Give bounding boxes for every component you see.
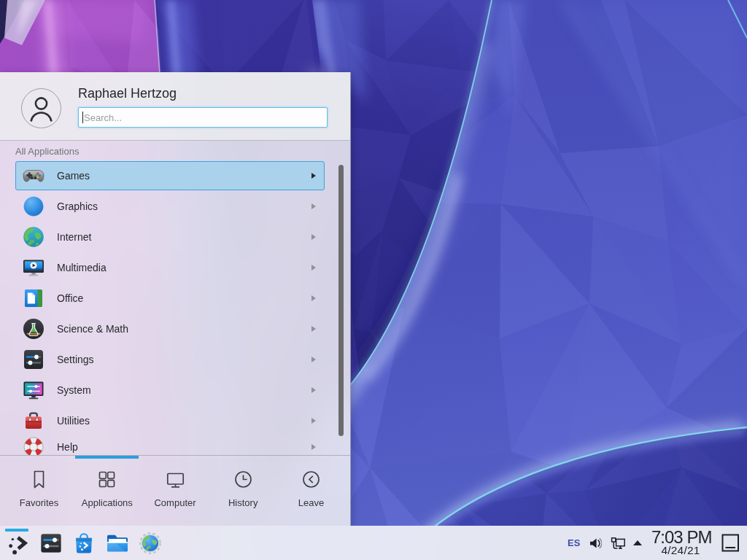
taskbar-discover[interactable] — [72, 532, 96, 555]
submenu-arrow-icon — [311, 387, 316, 393]
taskbar-file-manager[interactable] — [106, 532, 129, 555]
taskbar-system-settings[interactable] — [39, 532, 63, 555]
sidebar-item-help[interactable]: Help — [15, 432, 325, 455]
graphics-icon — [22, 195, 45, 218]
sidebar-item-settings[interactable]: Settings — [15, 345, 325, 374]
user-name: Raphael Hertzog — [78, 87, 177, 100]
sidebar-item-label: Utilities — [57, 415, 90, 427]
history-icon — [233, 470, 253, 489]
text-caret — [82, 112, 83, 123]
system-tray: ES 7:03 PM 4/24/21 — [568, 526, 747, 560]
internet-icon — [22, 225, 45, 249]
science-icon — [22, 317, 45, 341]
submenu-arrow-icon — [311, 203, 316, 209]
submenu-arrow-icon — [311, 418, 316, 424]
sidebar-item-label: Games — [57, 170, 90, 182]
active-task-indicator — [5, 529, 28, 532]
sidebar-item-label: Science & Math — [57, 323, 128, 335]
taskbar: ES 7:03 PM 4/24/21 — [0, 526, 747, 560]
sidebar-item-multimedia[interactable]: Multimedia — [15, 253, 325, 282]
favorites-icon — [29, 470, 49, 489]
submenu-arrow-icon — [311, 173, 316, 179]
sidebar-item-label: Internet — [57, 231, 91, 243]
submenu-arrow-icon — [311, 265, 316, 271]
tab-history[interactable]: History — [209, 456, 277, 526]
launcher-tab-bar: Favorites Applications Computer History … — [0, 455, 350, 526]
taskbar-web-browser[interactable] — [139, 532, 162, 555]
sidebar-item-label: Multimedia — [57, 262, 107, 273]
sidebar-item-games[interactable]: Games — [15, 161, 325, 190]
sidebar-item-label: Settings — [57, 354, 94, 365]
tab-label: Favorites — [20, 497, 58, 508]
tab-favorites[interactable]: Favorites — [5, 456, 73, 526]
kali-launcher-icon — [6, 534, 29, 555]
applications-icon — [97, 470, 117, 489]
sidebar-item-office[interactable]: Office — [15, 284, 325, 313]
application-rows: Games Graphics Internet Multimedia Offic… — [15, 161, 325, 455]
settings-icon — [22, 348, 45, 371]
submenu-arrow-icon — [311, 444, 316, 450]
clock-date: 4/24/21 — [651, 545, 710, 556]
folder-icon — [106, 532, 129, 555]
tab-label: Leave — [298, 497, 324, 508]
tab-leave[interactable]: Leave — [277, 456, 345, 526]
network-icon[interactable] — [611, 537, 626, 550]
multimedia-icon — [22, 256, 45, 279]
tab-label: History — [228, 497, 258, 508]
user-avatar[interactable] — [21, 88, 61, 128]
sidebar-item-science-math[interactable]: Science & Math — [15, 314, 325, 343]
active-tab-indicator — [75, 456, 139, 459]
tab-label: Computer — [154, 497, 196, 508]
web-browser-icon — [139, 532, 162, 555]
submenu-arrow-icon — [311, 234, 316, 240]
taskbar-apps — [6, 526, 162, 560]
section-label: All Applications — [15, 146, 79, 157]
application-launcher-menu: Raphael Hertzog Search... All Applicatio… — [0, 72, 351, 526]
games-icon — [22, 164, 45, 187]
launcher-header: Raphael Hertzog Search... — [0, 72, 350, 141]
taskbar-application-launcher[interactable] — [6, 532, 29, 555]
submenu-arrow-icon — [311, 326, 316, 332]
search-placeholder: Search... — [84, 112, 122, 123]
keyboard-layout-indicator[interactable]: ES — [568, 537, 579, 548]
sidebar-item-graphics[interactable]: Graphics — [15, 192, 325, 221]
desktop: Raphael Hertzog Search... All Applicatio… — [0, 0, 747, 560]
expand-tray-icon[interactable] — [633, 540, 642, 545]
sidebar-item-label: Office — [57, 292, 83, 304]
show-desktop-button[interactable] — [721, 534, 740, 552]
sidebar-item-label: Help — [57, 441, 78, 453]
tab-computer[interactable]: Computer — [141, 456, 209, 526]
submenu-arrow-icon — [311, 357, 316, 362]
volume-icon[interactable] — [589, 537, 602, 550]
office-icon — [22, 287, 45, 310]
discover-icon — [72, 532, 96, 555]
help-icon — [22, 435, 45, 455]
tab-applications[interactable]: Applications — [73, 456, 141, 526]
leave-icon — [301, 470, 321, 489]
system-settings-icon — [39, 532, 63, 555]
sidebar-item-label: System — [57, 384, 91, 396]
application-list: All Applications Games Graphics Internet… — [0, 141, 350, 455]
sidebar-item-label: Graphics — [57, 201, 98, 212]
scrollbar[interactable] — [338, 165, 344, 436]
clock-time: 7:03 PM — [651, 530, 710, 544]
utilities-icon — [22, 409, 45, 432]
digital-clock[interactable]: 7:03 PM 4/24/21 — [651, 530, 710, 556]
computer-icon — [166, 470, 185, 489]
sidebar-item-internet[interactable]: Internet — [15, 222, 325, 252]
sidebar-item-utilities[interactable]: Utilities — [15, 406, 325, 435]
search-input[interactable]: Search... — [78, 107, 328, 128]
sidebar-item-system[interactable]: System — [15, 376, 325, 405]
system-icon — [22, 378, 45, 402]
tab-label: Applications — [82, 497, 133, 508]
submenu-arrow-icon — [311, 295, 316, 301]
